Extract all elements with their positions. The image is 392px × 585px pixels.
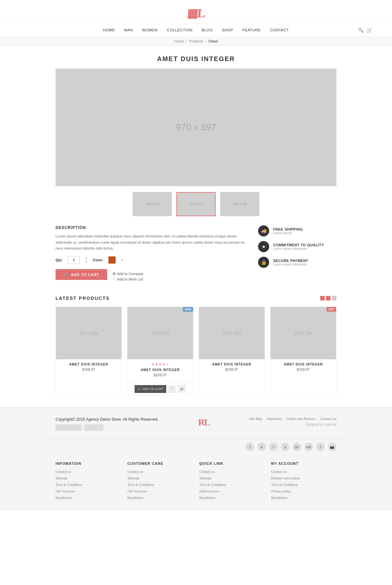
list-view-toggle[interactable] — [326, 296, 331, 301]
nav-shop[interactable]: SHOP — [222, 28, 233, 32]
cart-icon-small: 🛒 — [137, 387, 141, 391]
footer-link-care-sitemap[interactable]: Sitemap — [127, 475, 193, 482]
product-image-3: 270 x 284 — [199, 307, 265, 359]
thumbnail-2[interactable]: 168 x 99 — [176, 192, 216, 216]
view-toggles — [320, 296, 336, 301]
footer-link-account-contact[interactable]: Contact us — [271, 469, 336, 475]
footer-col-title-information: INFOMATION — [56, 462, 121, 465]
breadcrumb-products[interactable]: Products — [189, 39, 203, 43]
footer-link-account-delivery[interactable]: Delivery information — [271, 475, 336, 482]
breadcrumb-current: Detail — [208, 39, 218, 43]
search-icon[interactable]: 🔍 — [358, 27, 364, 33]
footer-link-care-gift[interactable]: Gift Vouchers — [127, 488, 193, 495]
footer-col-quicklink: QUICK LINK Contact us Sitemap Term & Con… — [199, 462, 265, 501]
footer-contact[interactable]: Contact Us — [320, 417, 336, 421]
color-swatch[interactable] — [108, 256, 116, 264]
quality-sub: Lorem ipsum bibendum — [273, 247, 324, 251]
payment-sub: Lorem ipsum bibendum — [273, 263, 308, 266]
footer-link-info-gift[interactable]: Gift Vouchers — [56, 488, 121, 495]
logo[interactable]: ▦L — [0, 6, 392, 20]
footer-link-care-contact[interactable]: Contact us — [127, 469, 193, 475]
product-compare-2[interactable]: ⇄ — [178, 385, 186, 393]
footer-col-customercare: CUSTOMER CARE Contact us Sitemap Term & … — [127, 462, 193, 501]
footer-link-info-contact[interactable]: Contact us — [56, 469, 121, 475]
nav-blog[interactable]: BLOG — [202, 28, 213, 32]
latest-products-section: LATEST PRODUCTS 270 x 284 AMET DUIS INTE… — [56, 296, 336, 395]
compare-icon: ♻ — [112, 272, 116, 276]
breadcrumb-home[interactable]: Home — [174, 39, 184, 43]
footer-orders[interactable]: Orders and Returns — [286, 417, 315, 421]
nav-collection[interactable]: COLLECTION — [167, 28, 193, 32]
product-card-1: 270 x 284 AMET DUIS INTEGER $158.07 — [56, 307, 122, 395]
nav-man[interactable]: MAN — [124, 28, 133, 32]
nav-links: HOME MAN WOMEN COLLECTION BLOG SHOP FEAT… — [103, 28, 289, 32]
social-google[interactable]: g+ — [293, 443, 301, 451]
main-product-image: 970 x 597 — [56, 69, 336, 186]
footer-link-quick-gift[interactable]: Giftsvouchers — [199, 488, 265, 495]
footer-link-care-terms[interactable]: Term & Conditions — [127, 482, 193, 488]
social-rss[interactable]: rss — [304, 443, 313, 451]
features-panel: 🚚 FREE SHIPPING Lorem ipsum ★ COMMITMENT… — [258, 225, 336, 284]
thumbnail-3[interactable]: 168 x 99 — [220, 192, 259, 216]
nav-women[interactable]: WOMEN — [142, 28, 158, 32]
description-text: Lorem ipsum bibendum imperdiet quisque n… — [56, 233, 245, 252]
nav-home[interactable]: HOME — [103, 28, 115, 32]
footer-link-quick-bestsellers[interactable]: BestSellers — [199, 495, 265, 501]
footer-col-title-customercare: CUSTOMER CARE — [127, 462, 193, 465]
social-facebook[interactable]: f — [246, 443, 254, 451]
footer-link-info-terms[interactable]: Term & Conditions — [56, 482, 121, 488]
social-icons-row: f p t y g+ rss t 📷 — [49, 439, 343, 455]
qty-up-arrow[interactable]: ▲ — [85, 257, 88, 260]
social-tumblr[interactable]: t — [316, 443, 325, 451]
social-youtube[interactable]: y — [281, 443, 289, 451]
product-image-2: 270 x 284 NEW — [127, 307, 193, 359]
footer-link-care-bestsellers[interactable]: BestSellers — [127, 495, 193, 501]
qty-down-arrow[interactable]: ▼ — [85, 260, 88, 263]
footer-link-info-bestsellers[interactable]: BestSellers — [56, 495, 121, 501]
add-to-wishlist[interactable]: ♡ Add to Wish List — [112, 277, 143, 282]
footer-link-quick-contact[interactable]: Contact us — [199, 469, 265, 475]
footer-link-account-privacy[interactable]: Privacy policy — [271, 488, 336, 495]
wishlist-icon: ♡ — [112, 277, 116, 282]
shipping-icon: 🚚 — [258, 225, 269, 236]
qty-color-row: Qty: ▲ ▼ Color: ▼ — [56, 256, 245, 264]
footer-col-title-quicklink: QUICK LINK — [199, 462, 265, 465]
cart-icon[interactable]: 🛒 — [367, 27, 372, 33]
social-instagram[interactable]: 📷 — [328, 443, 336, 451]
header: ▦L HOME MAN WOMEN COLLECTION BLOG SHOP F… — [0, 0, 392, 46]
footer-link-account-terms[interactable]: Term & Conditions — [271, 482, 336, 488]
footer-copyright: Copyright© 2015 Agency Demo Store. All R… — [56, 417, 158, 432]
product-price-1: $158.07 — [58, 367, 119, 371]
feature-payment: 🔒 SECURE PAYMENT Lorem ipsum bibendum — [258, 257, 336, 268]
grid-view-toggle[interactable] — [320, 296, 325, 301]
product-wishlist-2[interactable]: ♡ — [168, 385, 176, 393]
social-twitter[interactable]: t — [269, 443, 278, 451]
footer-sitemap[interactable]: Site Map — [249, 417, 262, 421]
footer-advanced[interactable]: Advanced — [267, 417, 282, 421]
social-pinterest[interactable]: p — [257, 443, 266, 451]
footer-link-quick-terms[interactable]: Term & Conditions — [199, 482, 265, 488]
product-name-1: AMET DUIS INTEGER — [58, 363, 119, 366]
qty-input[interactable] — [68, 256, 80, 264]
payment-title: SECURE PAYMENT — [273, 259, 308, 263]
nav-feature[interactable]: FEATURE — [242, 28, 261, 32]
product-price-3: $158.07 — [202, 367, 262, 371]
footer-link-info-sitemap[interactable]: Sitemap — [56, 475, 121, 482]
product-card-2: 270 x 284 NEW ★ ★ ★ ★ ★ AMET DUIS INTEGE… — [127, 307, 193, 395]
footer-link-quick-sitemap[interactable]: Sitemap — [199, 475, 265, 482]
nav-contact[interactable]: CONTACT — [270, 28, 289, 32]
products-grid: 270 x 284 AMET DUIS INTEGER $158.07 270 … — [56, 307, 336, 395]
product-badge-hot: HOT — [327, 307, 336, 312]
main-nav: HOME MAN WOMEN COLLECTION BLOG SHOP FEAT… — [0, 24, 392, 37]
footer-link-account-bestsellers[interactable]: BestSellers — [271, 495, 336, 501]
footer-logo: RL — [198, 417, 209, 428]
compact-view-toggle[interactable] — [332, 296, 336, 301]
color-arrow[interactable]: ▼ — [121, 259, 123, 262]
add-to-cart-button[interactable]: 🛒 ADD TO CART — [56, 269, 107, 280]
feature-quality: ★ COMMITMENT TO QUALITY Lorem ipsum bibe… — [258, 241, 336, 252]
thumbnail-1[interactable]: 168 x 99 — [133, 192, 172, 216]
add-to-compare[interactable]: ♻ Add to Compare — [112, 272, 143, 276]
footer: Copyright© 2015 Agency Demo Store. All R… — [0, 407, 392, 511]
payment-icon: 🔒 — [258, 257, 269, 268]
product-add-to-cart-2[interactable]: 🛒 ADD TO CART — [135, 385, 166, 393]
